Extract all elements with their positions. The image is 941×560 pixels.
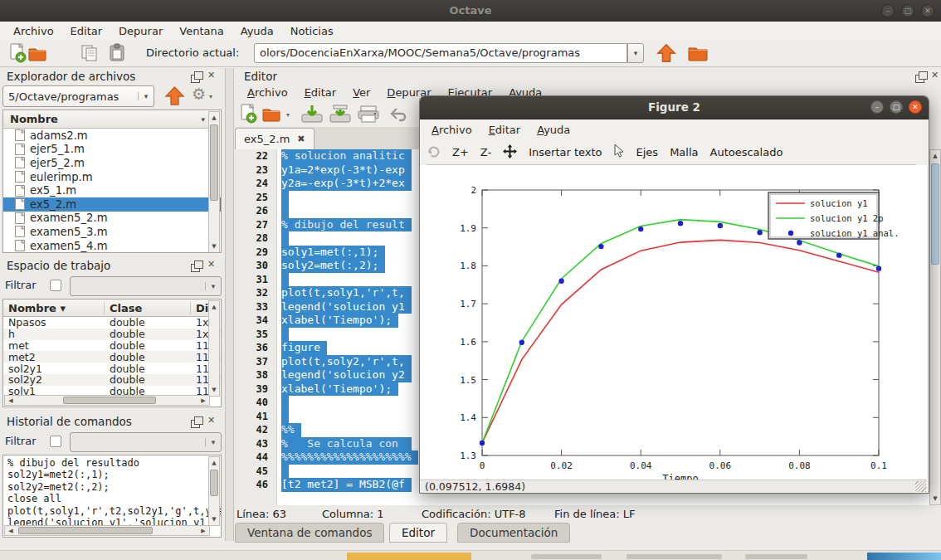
- explorer-up-button[interactable]: [163, 85, 186, 110]
- panel-splitter[interactable]: [225, 68, 234, 541]
- close-icon[interactable]: ✕: [909, 100, 922, 114]
- zoom-in-button[interactable]: Z+: [452, 146, 469, 158]
- chevron-down-icon[interactable]: ▾: [205, 438, 221, 446]
- file-row[interactable]: examen5_3.m: [3, 225, 221, 239]
- undock-panel-icon[interactable]: [915, 73, 924, 85]
- file-list-scrollbar[interactable]: ▲ ▼: [208, 111, 220, 253]
- current-directory-input[interactable]: olors/DocenciaEnXarxa/MOOC/Semana5/Octav…: [254, 43, 627, 63]
- tab-close-icon[interactable]: ✖: [297, 134, 305, 144]
- file-list-header[interactable]: Nombre ▾: [3, 110, 210, 129]
- workspace-row[interactable]: met2double11x: [3, 351, 221, 363]
- save-file-button[interactable]: [301, 105, 323, 126]
- file-row[interactable]: ex5_1.m: [3, 183, 221, 197]
- workspace-filter-combo[interactable]: ▾: [70, 276, 222, 296]
- undock-panel-icon[interactable]: [191, 73, 200, 85]
- scroll-left-icon[interactable]: ◀: [7, 528, 14, 534]
- scroll-down-icon[interactable]: ▼: [930, 495, 940, 502]
- grid-button[interactable]: Malla: [670, 146, 698, 158]
- undock-panel-icon[interactable]: [191, 262, 200, 275]
- file-row[interactable]: ejer5_1.m: [3, 143, 221, 157]
- close-panel-icon[interactable]: ✕: [207, 70, 215, 80]
- workspace-v-scrollbar[interactable]: ▲ ▼: [208, 300, 220, 397]
- bottom-tab-documentacio-n[interactable]: Documentación: [457, 523, 570, 543]
- maximize-icon[interactable]: □: [901, 4, 914, 17]
- file-row[interactable]: examen5_4.m: [3, 239, 221, 253]
- workspace-h-scrollbar[interactable]: ◀ ▶: [4, 395, 210, 406]
- rotate-icon[interactable]: [427, 144, 441, 161]
- tab-ex5_2[interactable]: ex5_2.m ✖: [235, 128, 314, 149]
- chevron-down-icon[interactable]: ▾: [205, 282, 221, 290]
- close-panel-icon[interactable]: ✕: [931, 70, 939, 80]
- workspace-table-header[interactable]: Nombre ▾ClaseDin: [3, 299, 210, 317]
- new-file-button[interactable]: [239, 104, 257, 126]
- column-header-nombre[interactable]: Nombre ▾: [3, 302, 105, 314]
- workspace-row[interactable]: metdouble11x: [3, 340, 221, 352]
- file-row[interactable]: ex5_2.m: [3, 197, 221, 212]
- menu-editar[interactable]: Editar: [62, 22, 111, 40]
- scroll-up-icon[interactable]: ▲: [930, 153, 940, 159]
- file-row[interactable]: adams2.m: [3, 129, 221, 143]
- history-filter-combo[interactable]: ▾: [70, 432, 222, 452]
- workspace-row[interactable]: Npasosdouble1x1: [3, 317, 221, 329]
- print-icon[interactable]: [358, 105, 379, 126]
- file-row[interactable]: eulerimp.m: [3, 170, 221, 184]
- open-file-button[interactable]: [27, 44, 49, 65]
- new-script-button[interactable]: [8, 43, 27, 66]
- figure-menu-ayuda[interactable]: Ayuda: [529, 121, 578, 139]
- history-item[interactable]: plot(t,soly1,'r',t2,sol2y1,'g',t,y1a': [7, 505, 221, 517]
- editor-v-scrollbar[interactable]: ▲ ▼: [929, 149, 941, 505]
- close-panel-icon[interactable]: ✕: [207, 259, 215, 270]
- explorer-path-combo[interactable]: 5/Octave/programas ▾: [2, 85, 154, 107]
- column-header-din[interactable]: Din: [191, 302, 210, 314]
- save-all-button[interactable]: [329, 105, 351, 126]
- figure-titlebar[interactable]: Figure 2 – □ ✕: [420, 96, 929, 119]
- scroll-down-icon[interactable]: ▼: [209, 243, 219, 250]
- history-item[interactable]: sol2y1=met2(:,1);: [7, 469, 221, 480]
- bottom-tab-ventana-de-comandos[interactable]: Ventana de comandos: [235, 523, 384, 543]
- maximize-icon[interactable]: □: [890, 100, 903, 114]
- scroll-down-icon[interactable]: ▼: [209, 516, 219, 523]
- browse-directory-button[interactable]: [687, 44, 710, 65]
- workspace-row[interactable]: hdouble1x1: [3, 329, 221, 340]
- menu-depurar[interactable]: Depurar: [110, 22, 171, 40]
- bottom-tab-editor[interactable]: Editor: [389, 523, 447, 543]
- gear-icon[interactable]: ⚙: [192, 85, 206, 103]
- resize-grip[interactable]: [915, 481, 926, 492]
- minimize-icon[interactable]: –: [881, 4, 895, 17]
- menu-ayuda[interactable]: Ayuda: [232, 22, 282, 40]
- scroll-right-icon[interactable]: ▶: [200, 528, 207, 534]
- scroll-left-icon[interactable]: ◀: [7, 397, 14, 404]
- gear-dropdown-icon[interactable]: ▾: [209, 93, 212, 100]
- file-row[interactable]: examen5_2.m: [3, 212, 221, 226]
- chevron-down-icon[interactable]: ▾: [138, 92, 154, 100]
- editor-menu-editar[interactable]: Editar: [296, 84, 345, 101]
- sort-icon[interactable]: ▾: [201, 115, 205, 124]
- scroll-up-icon[interactable]: ▲: [209, 114, 219, 121]
- scroll-up-icon[interactable]: ▲: [209, 460, 219, 466]
- open-file-button[interactable]: [261, 105, 283, 125]
- workspace-filter-checkbox[interactable]: [50, 280, 61, 291]
- axes-button[interactable]: Ejes: [636, 146, 659, 158]
- editor-menu-ver[interactable]: Ver: [344, 84, 378, 101]
- history-item[interactable]: % dibujo del resultado: [7, 457, 221, 469]
- close-panel-icon[interactable]: ✕: [207, 415, 215, 426]
- scroll-right-icon[interactable]: ▶: [200, 397, 207, 404]
- editor-menu-archivo[interactable]: Archivo: [239, 84, 296, 101]
- menu-archivo[interactable]: Archivo: [5, 22, 62, 40]
- figure-menu-editar[interactable]: Editar: [480, 121, 529, 139]
- directory-up-button[interactable]: [656, 43, 677, 66]
- history-filter-checkbox[interactable]: [50, 436, 61, 447]
- pointer-icon[interactable]: [614, 144, 625, 160]
- paste-icon[interactable]: [108, 43, 126, 66]
- pan-icon[interactable]: [503, 144, 517, 161]
- menu-noticias[interactable]: Noticias: [282, 22, 342, 40]
- undo-icon[interactable]: [389, 105, 407, 124]
- workspace-row[interactable]: sol2y2double11x: [3, 374, 221, 386]
- history-v-scrollbar[interactable]: ▲ ▼: [208, 456, 220, 526]
- zoom-out-button[interactable]: Z-: [480, 146, 491, 158]
- column-header-clase[interactable]: Clase: [105, 302, 191, 314]
- undock-panel-icon[interactable]: [191, 418, 200, 431]
- workspace-row[interactable]: sol2y1double11x: [3, 363, 221, 374]
- close-icon[interactable]: ✕: [921, 4, 934, 17]
- history-item[interactable]: close all: [7, 493, 221, 504]
